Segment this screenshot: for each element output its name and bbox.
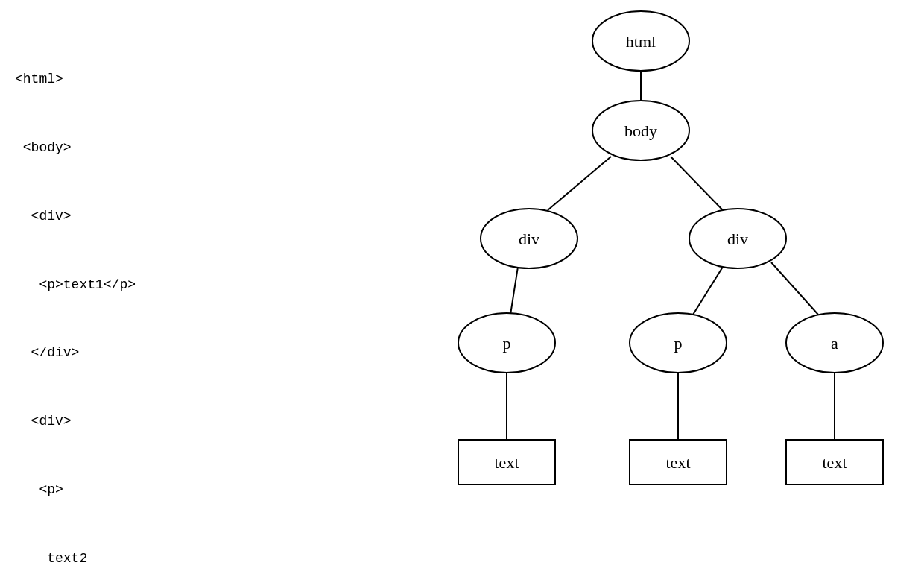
code-line-8: text2 (15, 547, 136, 568)
code-line-1: <html> (15, 68, 136, 91)
node-p1-label: p (503, 334, 511, 353)
edge-body-div2 (671, 157, 723, 210)
code-line-6: <div> (15, 410, 136, 433)
edge-div1-p1 (510, 267, 518, 315)
edge-body-div1 (548, 157, 611, 210)
code-line-5: </div> (15, 341, 136, 365)
node-text1-label: text (495, 453, 519, 472)
node-text3-label: text (823, 453, 847, 472)
code-panel: <html> <body> <div> <p>text1</p> </div> … (15, 22, 136, 568)
edge-div2-a (771, 262, 818, 315)
node-body-label: body (624, 122, 657, 140)
code-line-3: <div> (15, 205, 136, 228)
code-line-2: <body> (15, 136, 136, 160)
node-text2-label: text (666, 453, 691, 472)
edge-div2-p2 (693, 267, 723, 315)
node-div2-label: div (727, 230, 748, 248)
code-line-7: <p> (15, 479, 136, 502)
node-p2-label: p (674, 334, 683, 353)
tree-diagram: html body div div p p a text text text (358, 0, 924, 568)
node-div1-label: div (519, 230, 539, 248)
node-a-label: a (831, 334, 838, 353)
code-line-4: <p>text1</p> (15, 274, 136, 297)
node-html-label: html (626, 32, 656, 51)
